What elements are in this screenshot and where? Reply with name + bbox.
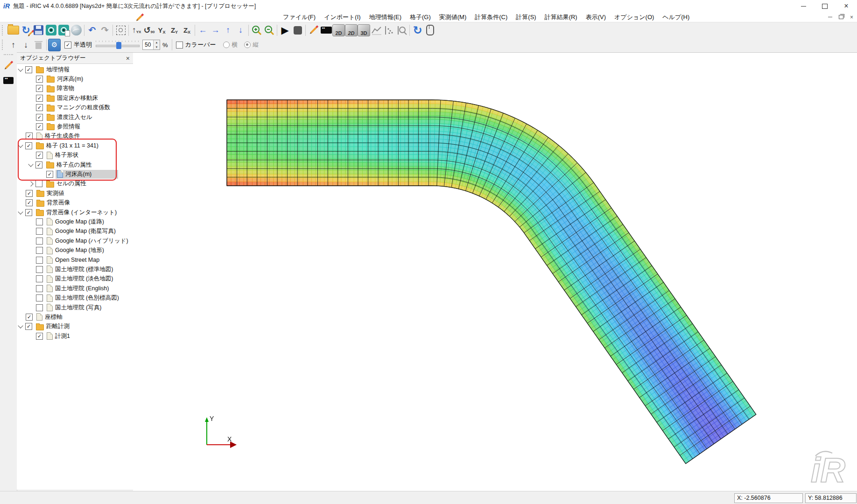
view-zy-button[interactable]: ZY (168, 24, 181, 36)
delete-button[interactable] (32, 39, 45, 51)
tree-item-27[interactable]: ✓距離計測 (17, 322, 133, 331)
menu-1[interactable]: インポート(I) (320, 12, 365, 22)
tree-item-25[interactable]: 国土地理院 (写真) (17, 303, 133, 312)
tree-checkbox[interactable] (36, 257, 43, 264)
tree-item-20[interactable]: Open Street Map (17, 255, 133, 265)
tree-checkbox[interactable]: ✓ (36, 85, 43, 92)
tree-item-11[interactable]: ✓河床高(m) (17, 169, 133, 179)
tree-item-body[interactable]: 河床高(m) (45, 75, 84, 84)
colorbar-checkbox[interactable] (176, 42, 183, 49)
panel-close-icon[interactable]: × (126, 55, 130, 62)
tree-checkbox[interactable]: ✓ (35, 161, 42, 168)
menu-4[interactable]: 実測値(M) (435, 12, 471, 22)
minimize-button[interactable] (793, 0, 814, 12)
tree-checkbox[interactable]: ✓ (36, 333, 43, 340)
reset-rotation-button[interactable]: ↑YX (130, 24, 143, 36)
close-button[interactable]: × (836, 0, 857, 12)
chevron-down-icon[interactable] (18, 142, 23, 147)
tree-checkbox[interactable]: ✓ (25, 142, 32, 149)
tree-item-body[interactable]: 背景画像 (インターネット) (35, 208, 118, 217)
undo-button[interactable]: ↶ (86, 24, 98, 36)
tree-item-28[interactable]: ✓計測1 (17, 331, 133, 341)
continuous-snapshot-button[interactable] (57, 24, 70, 36)
tree-checkbox[interactable]: ✓ (36, 95, 43, 102)
tree-item-body[interactable]: マニングの粗度係数 (45, 103, 112, 112)
tree-selected-item[interactable]: 河床高(m) (56, 170, 118, 179)
tree-item-12[interactable]: セルの属性 (17, 179, 133, 189)
solver-console-button[interactable]: ▪▪ (320, 24, 332, 36)
move-down-button[interactable]: ↓ (20, 39, 32, 51)
tree-checkbox[interactable]: ✓ (25, 209, 32, 216)
transparency-spinbox[interactable]: 50 ▲▼ (142, 40, 160, 50)
tree-item-body[interactable]: 格子点の属性 (45, 161, 93, 169)
rotate-90-button[interactable]: ↺90 (143, 24, 155, 36)
tree-item-18[interactable]: Google Map (ハイブリッド) (17, 236, 133, 245)
tree-item-body[interactable]: 地理情報 (35, 65, 71, 74)
console-tool-button[interactable]: ▪▪ (2, 74, 15, 87)
tree-item-17[interactable]: Google Map (衛星写真) (17, 227, 133, 236)
pan-left-button[interactable]: ← (197, 24, 209, 36)
reload-button[interactable]: ↻ (411, 24, 424, 36)
menu-0[interactable]: ファイル(F) (279, 12, 320, 22)
tree-checkbox[interactable]: ✓ (25, 323, 32, 330)
chevron-right-icon[interactable] (28, 181, 33, 186)
transparent-checkbox[interactable]: ✓ (64, 42, 71, 49)
tree-checkbox[interactable] (36, 266, 43, 273)
tree-checkbox[interactable]: ✓ (26, 314, 33, 321)
toolbar-grip[interactable] (2, 25, 5, 35)
tree-item-15[interactable]: ✓背景画像 (インターネット) (17, 208, 133, 217)
tree-item-3[interactable]: ✓固定床か移動床 (17, 93, 133, 103)
tree-item-body[interactable]: 国土地理院 (色別標高図) (45, 294, 120, 302)
tree-item-body[interactable]: 座標軸 (35, 313, 64, 322)
spin-up-icon[interactable]: ▲ (154, 40, 160, 45)
tree-item-16[interactable]: Google Map (道路) (17, 217, 133, 226)
tree-checkbox[interactable]: ✓ (26, 133, 33, 140)
spin-down-icon[interactable]: ▼ (154, 45, 160, 49)
zoom-out-button[interactable] (263, 24, 275, 36)
tree-checkbox[interactable]: ✓ (46, 171, 53, 178)
colorbar-horizontal-radio[interactable] (223, 42, 230, 48)
open-graph-window-button[interactable] (370, 24, 383, 36)
menu-10[interactable]: ヘルプ(H) (658, 12, 694, 22)
tree-item-23[interactable]: 国土地理院 (English) (17, 284, 133, 293)
tree-item-body[interactable]: 国土地理院 (淡色地図) (45, 274, 114, 283)
chevron-down-icon[interactable] (28, 161, 33, 167)
tree-item-10[interactable]: ✓格子点の属性 (17, 160, 133, 169)
tree-item-body[interactable]: 計測1 (45, 332, 71, 341)
tree-checkbox[interactable] (36, 218, 43, 225)
pan-up-button[interactable]: ↑ (222, 24, 234, 36)
tree-item-2[interactable]: ✓障害物 (17, 84, 133, 93)
maximize-button[interactable] (814, 0, 836, 12)
tree-item-19[interactable]: Google Map (地形) (17, 246, 133, 255)
mdi-minimize-icon[interactable] (828, 17, 832, 17)
tree-item-26[interactable]: ✓座標軸 (17, 312, 133, 322)
tree-item-9[interactable]: ✓格子形状 (17, 151, 133, 160)
tree-checkbox[interactable]: ✓ (36, 114, 43, 121)
tree-item-body[interactable]: 実測値 (35, 189, 66, 198)
toolbar-grip[interactable] (2, 40, 5, 50)
tree-item-13[interactable]: ✓実測値 (17, 189, 133, 198)
tree-item-body[interactable]: Google Map (衛星写真) (45, 227, 117, 236)
tree-item-8[interactable]: ✓格子 (31 x 11 = 341) (17, 141, 133, 150)
menu-7[interactable]: 計算結果(R) (541, 12, 582, 22)
chevron-down-icon[interactable] (18, 323, 23, 329)
redo-button[interactable]: ↷ (98, 24, 111, 36)
pan-right-button[interactable]: → (209, 24, 222, 36)
mdi-close-icon[interactable]: × (850, 14, 853, 21)
tree-item-5[interactable]: ✓濃度注入セル (17, 112, 133, 122)
menu-6[interactable]: 計算(S) (512, 12, 540, 22)
attribute-edit-tool-button[interactable] (2, 59, 15, 72)
fit-extent-button[interactable] (114, 24, 127, 36)
save-button[interactable] (32, 24, 45, 36)
tree-checkbox[interactable] (36, 285, 43, 292)
tree-item-body[interactable]: 格子生成条件 (35, 132, 81, 140)
tree-item-body[interactable]: Google Map (ハイブリッド) (45, 237, 130, 245)
tree-checkbox[interactable]: ✓ (26, 190, 33, 197)
tree-item-body[interactable]: 国土地理院 (English) (45, 284, 110, 293)
tree-item-body[interactable]: 参照情報 (45, 122, 82, 131)
open-2d-bird-view-button[interactable]: 2D (345, 24, 358, 36)
stop-solver-button[interactable] (291, 24, 304, 36)
tree-item-body[interactable]: 距離計測 (35, 322, 71, 331)
mdi-restore-icon[interactable] (839, 15, 843, 19)
import-button[interactable]: ↻ (20, 24, 32, 36)
